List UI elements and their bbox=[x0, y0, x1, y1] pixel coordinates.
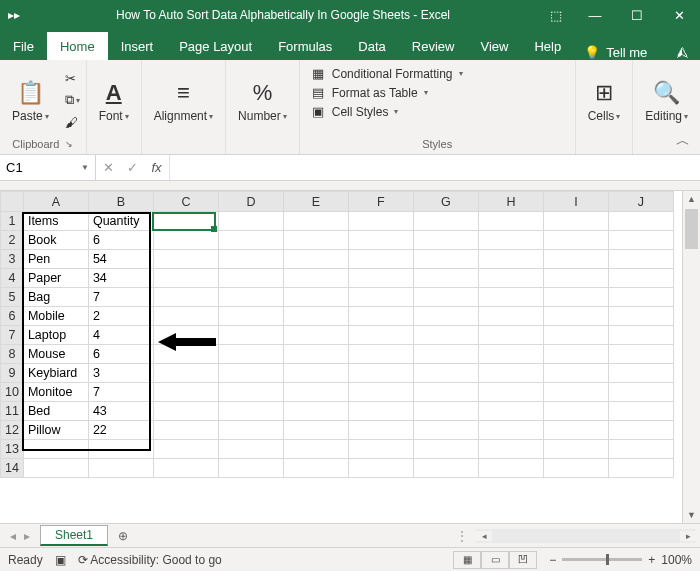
cell-B11[interactable]: 43 bbox=[88, 402, 153, 421]
cell-E10[interactable] bbox=[283, 383, 348, 402]
tell-me-search[interactable]: 💡 Tell me bbox=[584, 45, 647, 60]
new-sheet-button[interactable]: ⊕ bbox=[108, 529, 138, 543]
cell-J5[interactable] bbox=[608, 288, 673, 307]
cell-F4[interactable] bbox=[348, 269, 413, 288]
cell-F10[interactable] bbox=[348, 383, 413, 402]
cell-H6[interactable] bbox=[478, 307, 543, 326]
cell-E8[interactable] bbox=[283, 345, 348, 364]
cell-G7[interactable] bbox=[413, 326, 478, 345]
cell-G8[interactable] bbox=[413, 345, 478, 364]
cell-J13[interactable] bbox=[608, 440, 673, 459]
cell-C9[interactable] bbox=[153, 364, 218, 383]
cell-F14[interactable] bbox=[348, 459, 413, 478]
cell-H9[interactable] bbox=[478, 364, 543, 383]
cell-G11[interactable] bbox=[413, 402, 478, 421]
cell-A12[interactable]: Pillow bbox=[23, 421, 88, 440]
cell-C13[interactable] bbox=[153, 440, 218, 459]
cell-C2[interactable] bbox=[153, 231, 218, 250]
row-header-5[interactable]: 5 bbox=[1, 288, 24, 307]
column-header-A[interactable]: A bbox=[23, 192, 88, 212]
cell-C6[interactable] bbox=[153, 307, 218, 326]
cell-B2[interactable]: 6 bbox=[88, 231, 153, 250]
close-button[interactable]: ✕ bbox=[658, 0, 700, 30]
formula-enter-icon[interactable]: ✓ bbox=[120, 160, 144, 175]
cell-F7[interactable] bbox=[348, 326, 413, 345]
formula-cancel-icon[interactable]: ✕ bbox=[96, 160, 120, 175]
cell-E13[interactable] bbox=[283, 440, 348, 459]
cell-B14[interactable] bbox=[88, 459, 153, 478]
cell-H3[interactable] bbox=[478, 250, 543, 269]
cells-dropdown[interactable]: ⊞ Cells▾ bbox=[582, 75, 627, 125]
cell-D10[interactable] bbox=[218, 383, 283, 402]
cell-B9[interactable]: 3 bbox=[88, 364, 153, 383]
collapse-ribbon-icon[interactable]: ︿ bbox=[676, 132, 690, 150]
editing-dropdown[interactable]: 🔍 Editing▾ bbox=[639, 75, 694, 125]
cell-D14[interactable] bbox=[218, 459, 283, 478]
cell-H8[interactable] bbox=[478, 345, 543, 364]
column-header-F[interactable]: F bbox=[348, 192, 413, 212]
cell-H14[interactable] bbox=[478, 459, 543, 478]
scroll-down-icon[interactable]: ▼ bbox=[683, 507, 700, 523]
scroll-up-icon[interactable]: ▲ bbox=[683, 191, 700, 207]
cell-H2[interactable] bbox=[478, 231, 543, 250]
cell-A7[interactable]: Laptop bbox=[23, 326, 88, 345]
cell-E1[interactable] bbox=[283, 212, 348, 231]
cell-C5[interactable] bbox=[153, 288, 218, 307]
minimize-button[interactable]: ― bbox=[574, 0, 616, 30]
row-header-14[interactable]: 14 bbox=[1, 459, 24, 478]
row-header-9[interactable]: 9 bbox=[1, 364, 24, 383]
cell-C7[interactable] bbox=[153, 326, 218, 345]
tab-review[interactable]: Review bbox=[399, 32, 468, 60]
cell-D13[interactable] bbox=[218, 440, 283, 459]
cell-D12[interactable] bbox=[218, 421, 283, 440]
column-header-H[interactable]: H bbox=[478, 192, 543, 212]
cut-button[interactable]: ✂ bbox=[65, 68, 80, 88]
cell-G5[interactable] bbox=[413, 288, 478, 307]
cell-F11[interactable] bbox=[348, 402, 413, 421]
cell-E9[interactable] bbox=[283, 364, 348, 383]
cell-B4[interactable]: 34 bbox=[88, 269, 153, 288]
cell-E11[interactable] bbox=[283, 402, 348, 421]
sheet-nav-prev-icon[interactable]: ◂ bbox=[10, 529, 16, 543]
maximize-button[interactable]: ☐ bbox=[616, 0, 658, 30]
column-header-G[interactable]: G bbox=[413, 192, 478, 212]
cell-G2[interactable] bbox=[413, 231, 478, 250]
cell-H11[interactable] bbox=[478, 402, 543, 421]
zoom-in-button[interactable]: + bbox=[648, 553, 655, 567]
cell-J4[interactable] bbox=[608, 269, 673, 288]
cell-I5[interactable] bbox=[543, 288, 608, 307]
column-header-I[interactable]: I bbox=[543, 192, 608, 212]
cell-J14[interactable] bbox=[608, 459, 673, 478]
cell-I12[interactable] bbox=[543, 421, 608, 440]
cell-F2[interactable] bbox=[348, 231, 413, 250]
cell-D7[interactable] bbox=[218, 326, 283, 345]
zoom-level[interactable]: 100% bbox=[661, 553, 692, 567]
cell-F12[interactable] bbox=[348, 421, 413, 440]
number-dropdown[interactable]: % Number▾ bbox=[232, 75, 293, 125]
row-header-4[interactable]: 4 bbox=[1, 269, 24, 288]
tab-view[interactable]: View bbox=[467, 32, 521, 60]
cell-A8[interactable]: Mouse bbox=[23, 345, 88, 364]
cell-F6[interactable] bbox=[348, 307, 413, 326]
row-header-12[interactable]: 12 bbox=[1, 421, 24, 440]
cell-A1[interactable]: Items bbox=[23, 212, 88, 231]
cell-B6[interactable]: 2 bbox=[88, 307, 153, 326]
cell-B3[interactable]: 54 bbox=[88, 250, 153, 269]
cell-I9[interactable] bbox=[543, 364, 608, 383]
conditional-formatting-button[interactable]: ▦Conditional Formatting ▾ bbox=[310, 66, 463, 81]
cell-A3[interactable]: Pen bbox=[23, 250, 88, 269]
row-header-1[interactable]: 1 bbox=[1, 212, 24, 231]
row-header-8[interactable]: 8 bbox=[1, 345, 24, 364]
cell-C12[interactable] bbox=[153, 421, 218, 440]
column-header-B[interactable]: B bbox=[88, 192, 153, 212]
column-header-J[interactable]: J bbox=[608, 192, 673, 212]
scroll-left-icon[interactable]: ◂ bbox=[476, 531, 492, 541]
cell-D2[interactable] bbox=[218, 231, 283, 250]
accessibility-button[interactable]: ⟳ Accessibility: Good to go bbox=[78, 553, 222, 567]
cell-E12[interactable] bbox=[283, 421, 348, 440]
tab-home[interactable]: Home bbox=[47, 32, 108, 60]
cell-G14[interactable] bbox=[413, 459, 478, 478]
view-normal-button[interactable]: ▦ bbox=[453, 551, 481, 569]
cell-J10[interactable] bbox=[608, 383, 673, 402]
cell-D1[interactable] bbox=[218, 212, 283, 231]
